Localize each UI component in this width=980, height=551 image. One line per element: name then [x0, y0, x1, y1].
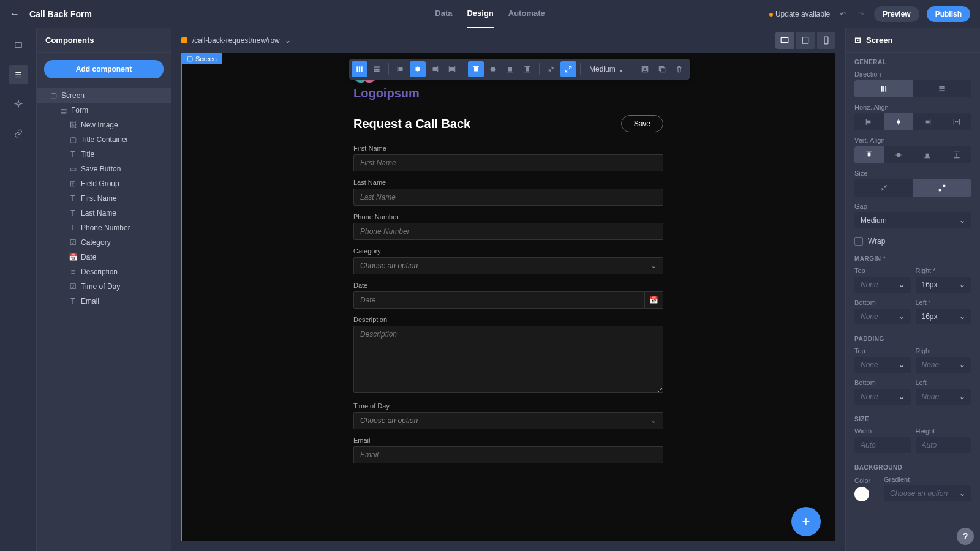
halign-start-icon[interactable] — [393, 61, 409, 77]
direction-row-button[interactable] — [913, 80, 972, 97]
redo-icon[interactable]: ↷ — [856, 7, 867, 21]
size-grow-icon[interactable] — [560, 61, 576, 77]
tree-item-new-image[interactable]: 🖼New Image — [37, 118, 171, 132]
tree-item-form[interactable]: ▤Form — [37, 103, 171, 118]
tab-automate[interactable]: Automate — [508, 0, 545, 28]
tree-item-save-button[interactable]: ▭Save Button — [37, 162, 171, 176]
tree-item-category[interactable]: ☑Category — [37, 235, 171, 250]
bg-gradient-select[interactable]: Choose an option⌄ — [884, 485, 971, 501]
padding-top-select[interactable]: None⌄ — [854, 357, 911, 373]
halign-start-button[interactable] — [854, 113, 884, 130]
size-shrink-icon[interactable] — [543, 61, 559, 77]
breadcrumb[interactable]: /call-back-request/new/row ⌄ — [181, 36, 291, 45]
height-input[interactable] — [916, 437, 972, 453]
text-icon: T — [69, 150, 77, 159]
direction-column-icon[interactable] — [352, 61, 368, 77]
tree-item-title[interactable]: TTitle — [37, 147, 171, 162]
add-fab-button[interactable]: + — [791, 507, 821, 536]
preview-button[interactable]: Preview — [874, 6, 919, 22]
margin-top-select[interactable]: None⌄ — [854, 277, 911, 293]
screen-selection-tag[interactable]: ▢ Screen — [182, 53, 222, 64]
rail-components-icon[interactable] — [9, 65, 28, 84]
tree-item-description[interactable]: ≡Description — [37, 264, 171, 279]
size-grow-button[interactable] — [913, 179, 972, 197]
email-input[interactable] — [353, 446, 663, 463]
rail-links-icon[interactable] — [9, 124, 28, 143]
undo-icon[interactable]: ↶ — [837, 7, 848, 21]
save-button[interactable]: Save — [621, 115, 663, 132]
padding-bottom-select[interactable]: None⌄ — [854, 389, 911, 405]
tab-data[interactable]: Data — [435, 0, 452, 28]
add-component-button[interactable]: Add component — [44, 60, 164, 78]
tree-item-email[interactable]: TEmail — [37, 294, 171, 309]
width-input[interactable] — [854, 437, 911, 453]
halign-stretch-button[interactable] — [942, 113, 971, 130]
valign-center-button[interactable] — [884, 146, 913, 163]
device-tablet-button[interactable] — [796, 32, 815, 49]
description-textarea[interactable] — [353, 326, 663, 393]
select-icon: ☑ — [69, 238, 77, 247]
svg-rect-11 — [374, 69, 379, 70]
valign-end-button[interactable] — [913, 146, 943, 163]
device-desktop-button[interactable] — [775, 32, 794, 49]
chevron-down-icon: ⌄ — [899, 312, 905, 321]
rail-screen-icon[interactable] — [9, 36, 28, 55]
update-indicator[interactable]: Update available — [769, 10, 830, 18]
bg-color-swatch[interactable] — [854, 487, 869, 501]
direction-row-icon[interactable] — [369, 61, 385, 77]
margin-bottom-select[interactable]: None⌄ — [854, 309, 911, 324]
last-name-input[interactable] — [353, 189, 663, 206]
tab-design[interactable]: Design — [467, 0, 493, 28]
margin-right-select[interactable]: 16px⌄ — [916, 277, 972, 293]
first-name-input[interactable] — [353, 154, 663, 171]
phone-input[interactable] — [353, 223, 663, 240]
valign-start-button[interactable] — [854, 146, 884, 163]
design-canvas[interactable]: ▢ Screen Logoipsum Request a Call Back S… — [181, 53, 835, 541]
tree-item-first-name[interactable]: TFirst Name — [37, 191, 171, 206]
svg-rect-0 — [15, 42, 21, 47]
tree-item-time-of-day[interactable]: ☑Time of Day — [37, 279, 171, 294]
padding-right-select[interactable]: None⌄ — [916, 357, 972, 373]
valign-end-icon[interactable] — [502, 61, 518, 77]
chevron-down-icon: ⌄ — [959, 361, 965, 369]
time-of-day-select[interactable]: Choose an option⌄ — [353, 412, 663, 429]
tree-item-last-name[interactable]: TLast Name — [37, 206, 171, 220]
gap-select[interactable]: Medium⌄ — [854, 212, 971, 228]
date-input[interactable] — [353, 291, 645, 309]
halign-center-button[interactable] — [884, 113, 913, 130]
padding-left-select[interactable]: None⌄ — [916, 389, 972, 405]
calendar-icon[interactable]: 📅 — [645, 291, 663, 309]
back-arrow-icon[interactable]: ← — [10, 9, 20, 20]
margin-left-select[interactable]: 16px⌄ — [916, 309, 972, 324]
valign-start-icon[interactable] — [468, 61, 484, 77]
rail-theme-icon[interactable] — [9, 94, 28, 114]
halign-end-button[interactable] — [913, 113, 943, 130]
tree-item-date[interactable]: 📅Date — [37, 250, 171, 264]
wrap-checkbox[interactable] — [854, 237, 863, 246]
valign-center-icon[interactable] — [485, 61, 501, 77]
gap-select[interactable]: Medium ⌄ — [584, 62, 629, 76]
category-select[interactable]: Choose an option⌄ — [353, 257, 663, 274]
device-mobile-button[interactable] — [817, 32, 835, 49]
size-shrink-button[interactable] — [854, 179, 913, 197]
svg-rect-35 — [883, 86, 884, 91]
delete-icon[interactable] — [671, 61, 687, 77]
wrap-checkbox-row[interactable]: Wrap — [846, 233, 980, 249]
publish-button[interactable]: Publish — [927, 6, 970, 22]
tree-item-screen[interactable]: ▢Screen — [37, 88, 171, 103]
halign-stretch-icon[interactable] — [444, 61, 460, 77]
duplicate-icon[interactable] — [654, 61, 670, 77]
halign-end-icon[interactable] — [427, 61, 443, 77]
chevron-down-icon[interactable]: ⌄ — [285, 36, 291, 45]
direction-column-button[interactable] — [854, 80, 913, 97]
valign-stretch-button[interactable] — [942, 146, 971, 163]
help-button[interactable]: ? — [957, 528, 974, 545]
padding-icon[interactable] — [637, 61, 653, 77]
tree-item-phone-number[interactable]: TPhone Number — [37, 220, 171, 235]
svg-rect-51 — [897, 154, 900, 157]
tree-item-title-container[interactable]: ▢Title Container — [37, 132, 171, 147]
halign-center-icon[interactable] — [410, 61, 426, 77]
tree-item-field-group[interactable]: ⊞Field Group — [37, 176, 171, 191]
valign-stretch-icon[interactable] — [519, 61, 535, 77]
email-label: Email — [353, 437, 663, 444]
